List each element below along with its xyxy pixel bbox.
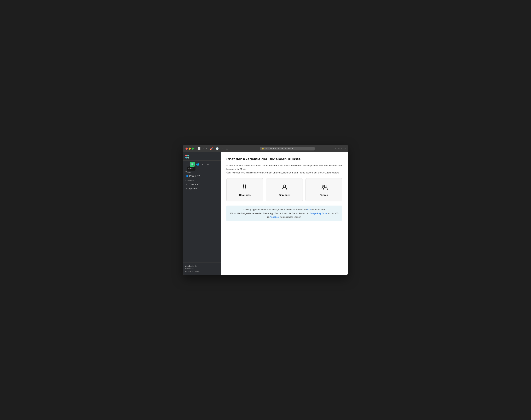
sidebar-header xyxy=(183,152,221,161)
sidebar-toggle-btn[interactable]: ⬜ xyxy=(197,147,201,150)
close-button[interactable] xyxy=(185,148,188,150)
sidebar-nav: Teams 👥 Projekt XY Channels # Thema XY #… xyxy=(183,168,221,262)
browser-chrome: ⬜ ‹ › 🚀 🕐 ⬆ ☁ 🔒 chat.adbk-nuernberg.de/h… xyxy=(183,145,348,152)
description-line1: Willkommen im Chat der Akademie der Bild… xyxy=(226,164,342,170)
search-tooltip: Suche xyxy=(187,167,196,171)
tabs-btn[interactable]: ⧉ xyxy=(344,147,346,150)
share-btn[interactable]: ⬆ xyxy=(220,147,224,150)
sidebar-item-projektxy[interactable]: 👥 Projekt XY xyxy=(183,174,221,178)
sort-icon: ≡ xyxy=(202,163,203,166)
page-description: Willkommen im Chat der Akademie der Bild… xyxy=(226,164,342,175)
sidebar-footer-text: Akademie der Bildenden Künste Nürnberg xyxy=(185,265,219,273)
teams-label: Teams xyxy=(320,194,328,196)
svg-line-5 xyxy=(245,185,246,189)
channels-card[interactable]: Channels xyxy=(226,178,263,201)
sidebar-item-general[interactable]: # general xyxy=(183,186,221,191)
cloud-btn[interactable]: ☁ xyxy=(225,147,228,150)
browser-nav: ⬜ ‹ › xyxy=(197,147,208,150)
svg-point-10 xyxy=(324,185,326,187)
share-action-btn[interactable]: ⬇ xyxy=(334,147,336,150)
app-store-link[interactable]: App Store xyxy=(270,216,280,218)
benutzer-label: Benutzer xyxy=(279,194,290,196)
svg-point-1 xyxy=(187,155,189,156)
benutzer-card[interactable]: Benutzer xyxy=(266,178,303,201)
channel-icon: # xyxy=(185,183,188,186)
banner-line1: Desktop Applikationen für Windows, macOS… xyxy=(230,208,339,211)
svg-point-2 xyxy=(185,157,187,159)
nav-forward-btn[interactable]: › xyxy=(205,147,208,150)
banner-line2: Für mobile Endgeräte verwenden Sie die A… xyxy=(230,212,339,219)
maximize-button[interactable] xyxy=(192,148,194,150)
google-play-link[interactable]: Google Play Store xyxy=(310,212,327,215)
sidebar-footer: Akademie der Bildenden Künste Nürnberg xyxy=(183,262,221,275)
edit-btn[interactable]: ✏ xyxy=(205,162,210,167)
page-title: Chat der Akademie der Bildenden Künste xyxy=(226,157,342,162)
browser-window: ⬜ ‹ › 🚀 🕐 ⬆ ☁ 🔒 chat.adbk-nuernberg.de/h… xyxy=(183,145,348,275)
refresh-btn[interactable]: ↻ xyxy=(338,147,340,150)
nav-back-btn[interactable]: ‹ xyxy=(202,147,204,150)
sidebar: ⌂ 🔍 🌐 ≡ ✏ Suche Teams xyxy=(183,152,221,275)
address-bar[interactable]: 🔒 chat.adbk-nuernberg.de/home xyxy=(260,147,315,150)
minimize-button[interactable] xyxy=(189,148,191,150)
channels-icon xyxy=(241,183,248,192)
app-layout: ⌂ 🔍 🌐 ≡ ✏ Suche Teams xyxy=(183,152,348,275)
svg-line-4 xyxy=(243,185,244,189)
channels-label: Channels xyxy=(239,194,251,196)
team-icon: 👥 xyxy=(185,175,188,177)
browser-actions: ⬇ ↻ + ⧉ xyxy=(334,147,346,150)
lock-icon: 🔒 xyxy=(262,147,264,150)
sort-btn[interactable]: ≡ xyxy=(200,162,205,167)
svg-point-0 xyxy=(185,155,187,156)
globe-icon: 🌐 xyxy=(196,163,199,166)
url-display: chat.adbk-nuernberg.de/home xyxy=(265,147,313,150)
info-banner: Desktop Applikationen für Windows, macOS… xyxy=(226,206,342,221)
sidebar-item-label: Thema XY xyxy=(189,183,200,186)
home-icon: ⌂ xyxy=(187,163,188,166)
sidebar-toolbar: ⌂ 🔍 🌐 ≡ ✏ Suche xyxy=(183,161,221,168)
teams-icon xyxy=(320,183,328,192)
channel-icon: # xyxy=(185,188,188,190)
channels-section-label: Channels xyxy=(183,178,221,182)
history-btn[interactable]: 🕐 xyxy=(215,147,219,150)
svg-point-8 xyxy=(283,185,286,187)
benutzer-icon xyxy=(281,183,288,192)
sidebar-item-themaxy[interactable]: # Thema XY xyxy=(183,182,221,186)
directory-cards: Channels Benutzer xyxy=(226,178,342,201)
traffic-lights xyxy=(185,148,194,150)
search-btn[interactable]: 🔍 xyxy=(190,162,195,167)
download-link[interactable]: hier xyxy=(307,209,311,211)
new-tab-btn[interactable]: + xyxy=(341,147,342,150)
sidebar-item-label: Projekt XY xyxy=(189,175,200,177)
rocket-icon: 🚀 xyxy=(209,147,214,150)
description-line2: Über folgende Verzeichnisse können Sie n… xyxy=(226,171,339,174)
app-logo xyxy=(185,154,190,159)
teams-card[interactable]: Teams xyxy=(305,178,342,201)
address-bar-group: 🔒 chat.adbk-nuernberg.de/home xyxy=(230,147,332,150)
sidebar-item-label: general xyxy=(189,187,197,190)
footer-bold: Akademie xyxy=(185,265,194,267)
main-content: Chat der Akademie der Bildenden Künste W… xyxy=(221,152,348,275)
search-icon: 🔍 xyxy=(191,163,194,166)
edit-icon: ✏ xyxy=(207,163,209,166)
svg-point-9 xyxy=(322,185,324,187)
globe-btn[interactable]: 🌐 xyxy=(195,162,200,167)
svg-point-3 xyxy=(187,157,189,159)
